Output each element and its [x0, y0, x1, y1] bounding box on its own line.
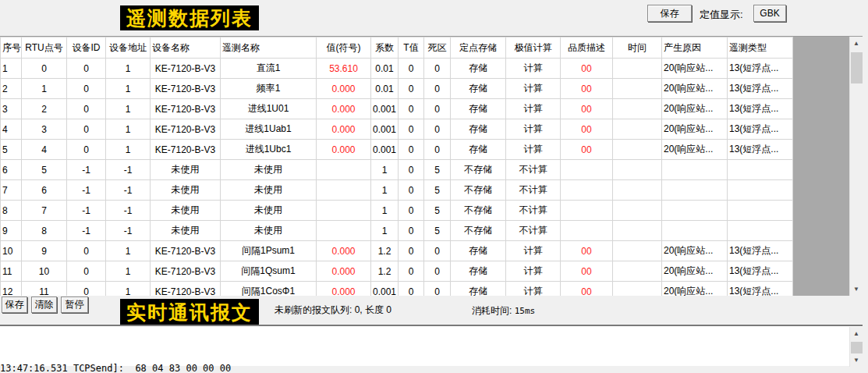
- cell: KE-7120-B-V3: [151, 99, 221, 119]
- cell: 0: [399, 119, 424, 140]
- cell: 计算: [506, 261, 561, 282]
- column-header[interactable]: 设备ID: [67, 37, 106, 59]
- scroll-up-icon[interactable]: ▲: [850, 37, 863, 50]
- elapsed-time-label: 消耗时间:: [472, 305, 512, 316]
- cell: [613, 241, 662, 261]
- cell: 进线1Uab1: [221, 119, 317, 140]
- cell: 4: [1, 119, 22, 140]
- cell: 20(响应站...: [662, 140, 728, 160]
- cell: KE-7120-B-V3: [151, 119, 221, 140]
- encoding-gbk-button[interactable]: GBK: [753, 5, 786, 22]
- column-header[interactable]: 遥测名称: [221, 37, 317, 59]
- log-pause-button[interactable]: 暂停: [61, 297, 88, 313]
- column-header[interactable]: 设备地址: [106, 37, 151, 59]
- column-header[interactable]: 产生原因: [662, 37, 728, 59]
- cell: 00: [561, 59, 613, 79]
- table-scrollbar-thumb[interactable]: [851, 52, 863, 83]
- cell: 存储: [451, 261, 506, 282]
- column-header[interactable]: 品质描述: [561, 37, 613, 59]
- cell: 计算: [506, 99, 561, 119]
- cell: 直流1: [221, 59, 317, 79]
- cell: [613, 221, 662, 241]
- cell: [613, 201, 662, 221]
- scroll-down-icon[interactable]: ▼: [850, 282, 863, 296]
- cell: 1: [106, 99, 151, 119]
- cell: 0: [424, 59, 451, 79]
- cell: 7: [22, 201, 67, 221]
- cell: 2: [22, 99, 67, 119]
- table-row[interactable]: 65-1-1未使用未使用105不存储不计算: [1, 160, 793, 180]
- column-header[interactable]: 系数: [371, 37, 399, 59]
- cell: 进线1Ubc1: [221, 140, 317, 160]
- cell: [662, 160, 728, 180]
- cell: [561, 160, 613, 180]
- table-vertical-scrollbar[interactable]: ▲ ▼: [849, 37, 863, 296]
- cell: 00: [561, 282, 613, 297]
- table-row[interactable]: 4301KE-7120-B-V3进线1Uab10.0000.00100存储计算0…: [1, 119, 793, 140]
- cell: 5: [424, 221, 451, 241]
- cell: 不存储: [451, 160, 506, 180]
- log-save-button[interactable]: 保存: [2, 297, 27, 313]
- cell: [662, 221, 728, 241]
- table-row[interactable]: 10901KE-7120-B-V3间隔1Psum10.0001.200存储计算0…: [1, 241, 793, 261]
- telemetry-table-pane: 序号RTU点号设备ID设备地址设备名称遥测名称值(符号)系数T值死区定点存储极值…: [0, 36, 863, 296]
- cell: 20(响应站...: [662, 241, 728, 261]
- cell: 0: [399, 99, 424, 119]
- column-header[interactable]: 遥测类型: [728, 37, 793, 59]
- scroll-up-icon[interactable]: ▲: [850, 327, 863, 340]
- cell: 20(响应站...: [662, 261, 728, 282]
- cell: 00: [561, 261, 613, 282]
- cell: 0.000: [317, 99, 371, 119]
- cell: 1: [106, 241, 151, 261]
- communication-log-pane[interactable]: 13:47:16.531 TCPSend]: 68 04 83 00 00 00…: [0, 325, 863, 366]
- cell: 未使用: [151, 201, 221, 221]
- cell: 未使用: [151, 221, 221, 241]
- column-header[interactable]: 定点存储: [451, 37, 506, 59]
- table-row[interactable]: 111001KE-7120-B-V3间隔1Qsum10.0001.200存储计算…: [1, 261, 793, 282]
- table-row[interactable]: 121101KE-7120-B-V3间隔1CosΦ10.0000.00100存储…: [1, 282, 793, 297]
- cell: 存储: [451, 99, 506, 119]
- cell: [613, 99, 662, 119]
- column-header[interactable]: 序号: [1, 37, 22, 59]
- scroll-down-icon[interactable]: ▼: [850, 353, 863, 367]
- cell: 1: [22, 79, 67, 99]
- column-header[interactable]: 死区: [424, 37, 451, 59]
- cell: 不存储: [451, 201, 506, 221]
- table-row[interactable]: 76-1-1未使用未使用105不存储不计算: [1, 180, 793, 201]
- cell: 未使用: [151, 180, 221, 201]
- column-header[interactable]: T值: [399, 37, 424, 59]
- table-row[interactable]: 87-1-1未使用未使用105不存储不计算: [1, 201, 793, 221]
- column-header[interactable]: 设备名称: [151, 37, 221, 59]
- column-header[interactable]: 时间: [613, 37, 662, 59]
- cell: -1: [67, 160, 106, 180]
- cell: 间隔1CosΦ1: [221, 282, 317, 297]
- table-row[interactable]: 3201KE-7120-B-V3进线1U010.0000.00100存储计算00…: [1, 99, 793, 119]
- cell: 1: [371, 201, 399, 221]
- cell: [613, 282, 662, 297]
- log-scrollbar-thumb[interactable]: [851, 342, 863, 353]
- cell: [728, 180, 793, 201]
- log-clear-button[interactable]: 清除: [31, 297, 57, 313]
- cell: 0: [399, 180, 424, 201]
- cell: 0: [399, 59, 424, 79]
- table-row[interactable]: 5401KE-7120-B-V3进线1Ubc10.0000.00100存储计算0…: [1, 140, 793, 160]
- column-header[interactable]: 极值计算: [506, 37, 561, 59]
- cell: 9: [22, 241, 67, 261]
- log-vertical-scrollbar[interactable]: ▲ ▼: [849, 327, 863, 367]
- cell: 1: [371, 221, 399, 241]
- column-header[interactable]: 值(符号): [317, 37, 371, 59]
- column-header[interactable]: RTU点号: [22, 37, 67, 59]
- cell: 13(短浮点...: [728, 241, 793, 261]
- table-row[interactable]: 98-1-1未使用未使用105不存储不计算: [1, 221, 793, 241]
- cell: 0.01: [371, 79, 399, 99]
- cell: [613, 160, 662, 180]
- save-button[interactable]: 保存: [647, 5, 692, 22]
- cell: 0.000: [317, 79, 371, 99]
- cell: 0: [399, 282, 424, 297]
- table-row[interactable]: 2101KE-7120-B-V3频率10.0000.0100存储计算0020(响…: [1, 79, 793, 99]
- realtime-message-title: 实时通讯报文: [120, 299, 259, 325]
- cell: KE-7120-B-V3: [151, 282, 221, 297]
- cell: 存储: [451, 79, 506, 99]
- cell: [317, 180, 371, 201]
- table-row[interactable]: 1001KE-7120-B-V3直流153.6100.0100存储计算0020(…: [1, 59, 793, 79]
